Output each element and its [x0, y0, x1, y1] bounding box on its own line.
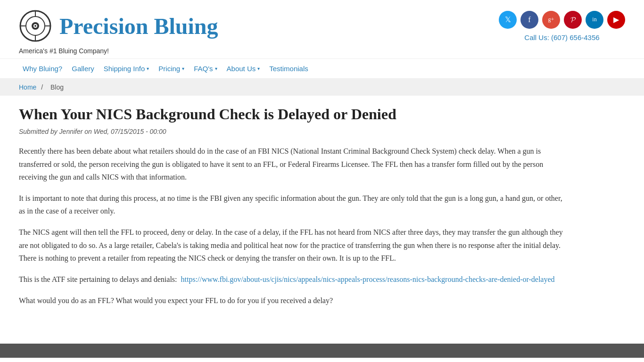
site-title: Precision Bluing: [59, 13, 218, 39]
youtube-icon[interactable]: ▶: [607, 11, 625, 29]
nav-link-faqs[interactable]: FAQ's ▾: [190, 63, 221, 74]
breadcrumb-home[interactable]: Home: [19, 83, 36, 91]
nav-item-faqs: FAQ's ▾: [190, 63, 221, 74]
breadcrumb: Home / Blog: [0, 79, 644, 96]
logo-icon: [19, 9, 52, 42]
nav-link-testimonials[interactable]: Testimonials: [265, 63, 312, 74]
svg-point-4: [34, 25, 36, 27]
site-header: Precision Bluing 𝕏 f g+ 𝓟 in ▶ Call Us: …: [0, 0, 644, 47]
nav-item-pricing: Pricing ▾: [155, 63, 188, 74]
nav-item-testimonials: Testimonials: [265, 63, 312, 74]
article-paragraph-1: Recently there has been debate about wha…: [19, 145, 566, 183]
nav-item-shipping: Shipping Info ▾: [100, 63, 153, 74]
article-body: Recently there has been debate about wha…: [19, 145, 566, 307]
article-meta: Submitted by Jennifer on Wed, 07/15/2015…: [19, 128, 566, 135]
article-paragraph-2: It is important to note that during this…: [19, 192, 566, 217]
footer-bar: [0, 344, 644, 358]
twitter-icon[interactable]: 𝕏: [499, 11, 517, 29]
site-tagline: America's #1 Bluing Company!: [0, 47, 644, 58]
header-branding: Precision Bluing: [19, 9, 218, 42]
nav-link-pricing[interactable]: Pricing ▾: [155, 63, 188, 74]
linkedin-icon[interactable]: in: [586, 11, 603, 29]
pinterest-icon[interactable]: 𝓟: [564, 11, 582, 29]
nav-link-about[interactable]: About Us ▾: [223, 63, 264, 74]
phone-number: Call Us: (607) 656-4356: [524, 33, 599, 41]
nav-item-about: About Us ▾: [223, 63, 264, 74]
google-plus-icon[interactable]: g+: [542, 11, 560, 29]
pricing-dropdown-caret: ▾: [182, 66, 184, 71]
article-paragraph-3: The NICS agent will then tell the FFL to…: [19, 226, 566, 264]
breadcrumb-current: Blog: [50, 83, 64, 91]
nav-item-why-bluing: Why Bluing?: [19, 63, 66, 74]
fbi-link[interactable]: https://www.fbi.gov/about-us/cjis/nics/a…: [181, 275, 555, 283]
nav-link-gallery[interactable]: Gallery: [68, 63, 98, 74]
social-icons-group: 𝕏 f g+ 𝓟 in ▶: [499, 11, 625, 29]
facebook-icon[interactable]: f: [520, 11, 538, 29]
article-paragraph-5: What would you do as an FFL? What would …: [19, 294, 566, 307]
faqs-dropdown-caret: ▾: [215, 66, 217, 71]
about-dropdown-caret: ▾: [257, 66, 260, 71]
header-right: 𝕏 f g+ 𝓟 in ▶ Call Us: (607) 656-4356: [499, 11, 625, 41]
main-content: When Your NICS Background Check is Delay…: [0, 105, 585, 334]
nav-link-shipping[interactable]: Shipping Info ▾: [100, 63, 153, 74]
shipping-dropdown-caret: ▾: [147, 66, 149, 71]
main-nav: Why Bluing? Gallery Shipping Info ▾ Pric…: [0, 58, 644, 79]
article-title: When Your NICS Background Check is Delay…: [19, 105, 566, 123]
article-paragraph-4: This is the ATF site pertaining to delay…: [19, 273, 566, 286]
nav-link-why-bluing[interactable]: Why Bluing?: [19, 63, 66, 74]
nav-item-gallery: Gallery: [68, 63, 98, 74]
nav-list: Why Bluing? Gallery Shipping Info ▾ Pric…: [19, 63, 625, 74]
breadcrumb-separator: /: [41, 83, 43, 91]
